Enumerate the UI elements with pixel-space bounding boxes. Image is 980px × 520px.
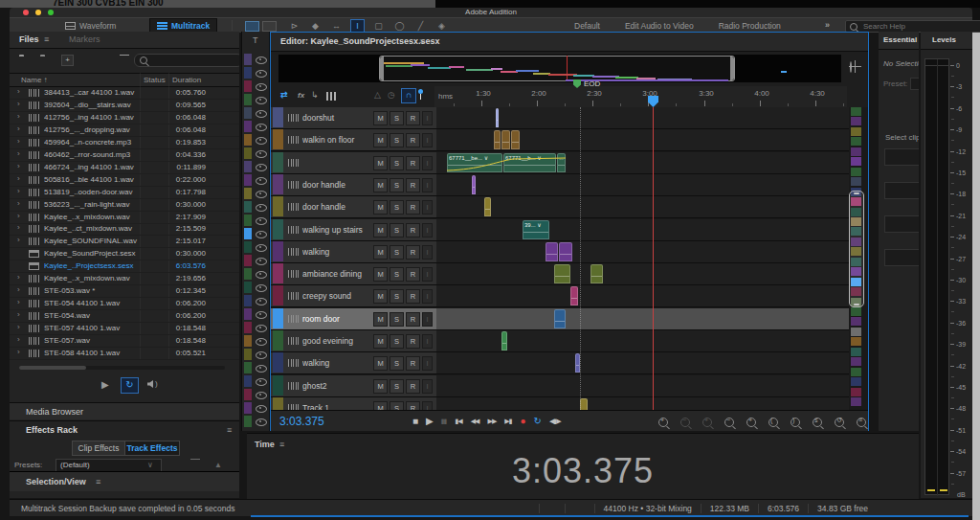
track-visibility-eye-icon[interactable] [256, 258, 267, 265]
track-m-button[interactable]: M [373, 111, 388, 125]
expand-chevron-icon[interactable]: › [17, 137, 20, 146]
track-i-button[interactable]: I [422, 245, 433, 260]
file-row[interactable]: ›384413_..car 44100 1.wav0:05.760 [10, 86, 239, 100]
track-r-button[interactable]: R [406, 289, 420, 304]
file-row[interactable]: ›466724_..ing 44100 1.wav0:11.899 [10, 161, 239, 174]
track-visibility-eye-icon[interactable] [256, 392, 267, 399]
navigator-track-chip[interactable] [851, 388, 861, 396]
track-m-button[interactable]: M [373, 289, 388, 304]
expand-chevron-icon[interactable]: › [17, 323, 20, 331]
files-search-input[interactable] [150, 56, 231, 66]
column-status[interactable]: Status [144, 76, 166, 84]
audio-clip[interactable] [472, 175, 476, 194]
preview-loop-button[interactable]: ↻ [121, 377, 139, 394]
time-panel-menu-icon[interactable]: ≡ [279, 440, 284, 449]
track-lane[interactable] [436, 330, 849, 352]
track-header[interactable]: doorshutMSRI [271, 107, 436, 129]
track-visibility-eye-icon[interactable] [256, 70, 267, 78]
track-m-button[interactable]: M [373, 401, 388, 410]
marquee-selection-tool[interactable]: ▢ [371, 19, 386, 33]
expand-chevron-icon[interactable]: › [17, 223, 20, 232]
track-visibility-eye-icon[interactable] [256, 204, 267, 212]
track-s-button[interactable]: S [390, 289, 404, 304]
track-header[interactable]: creepy soundMSRI [271, 285, 436, 307]
zoom-out-button[interactable]: − [680, 416, 690, 427]
track-i-button[interactable]: I [422, 334, 433, 349]
expand-chevron-icon[interactable]: › [17, 273, 20, 282]
track-r-button[interactable]: R [406, 178, 420, 192]
file-row[interactable]: ›459964_..n-concrete.mp30:19.853 [10, 136, 239, 149]
editor-tab-title[interactable]: Editor: Kaylee_SoundProjectsesx.sesx [280, 36, 440, 46]
file-row[interactable]: ›STE-057 44100 1.wav0:18.548 [10, 322, 239, 335]
file-row[interactable]: ›STE-054 44100 1.wav0:06.200 [10, 297, 239, 310]
rewind-button[interactable]: ◀◀ [471, 418, 479, 425]
track-s-button[interactable]: S [390, 267, 404, 282]
track-m-button[interactable]: M [373, 245, 388, 260]
strip-track-color-chip[interactable] [244, 322, 252, 333]
track-m-button[interactable]: M [373, 200, 388, 215]
clip-effects-button[interactable]: Clip Effects [72, 441, 125, 456]
track-color-chip[interactable] [273, 263, 283, 283]
track-i-button[interactable]: I [422, 289, 433, 304]
zoom-navigate-icon[interactable] [850, 61, 852, 73]
go-to-end-button[interactable]: ▶▮ [504, 418, 511, 425]
strip-track-color-chip[interactable] [244, 308, 252, 320]
files-search-box[interactable] [134, 54, 239, 67]
strip-track-color-chip[interactable] [244, 54, 252, 65]
presets-chevron-down-icon[interactable]: ∨ [147, 461, 153, 469]
track-visibility-eye-icon[interactable] [256, 150, 267, 158]
strip-track-color-chip[interactable] [244, 201, 252, 213]
track-header[interactable]: door handleMSRI [271, 174, 436, 196]
track-name[interactable]: doorshut [302, 113, 371, 123]
playhead-line[interactable] [653, 107, 654, 410]
navigator-track-chip[interactable] [851, 357, 861, 366]
strip-track-color-chip[interactable] [244, 94, 252, 105]
track-visibility-eye-icon[interactable] [256, 57, 267, 64]
track-visibility-eye-icon[interactable] [256, 244, 267, 252]
expand-chevron-icon[interactable]: › [17, 124, 20, 133]
media-browser-header[interactable]: Media Browser [10, 402, 239, 419]
track-visibility-eye-icon[interactable] [256, 284, 267, 292]
track-visibility-eye-icon[interactable] [256, 418, 267, 426]
track-name[interactable]: walking [302, 358, 371, 368]
preset-dropdown[interactable] [910, 78, 919, 90]
track-name[interactable]: walkin on floor [302, 135, 371, 145]
track-visibility-eye-icon[interactable] [256, 378, 267, 386]
strip-track-color-chip[interactable] [244, 107, 252, 119]
track-lane[interactable] [436, 241, 849, 263]
strip-track-color-chip[interactable] [244, 335, 252, 347]
track-color-chip[interactable] [273, 330, 283, 350]
track-header[interactable]: walkin on floorMSRI [271, 129, 436, 151]
pause-button[interactable]: ▮▮ [441, 418, 447, 425]
expand-chevron-icon[interactable]: › [17, 236, 20, 244]
expand-chevron-icon[interactable]: › [17, 87, 20, 96]
stop-button[interactable]: ■ [412, 416, 417, 426]
track-visibility-eye-icon[interactable] [256, 338, 267, 346]
clip-fx-icon[interactable]: fx [298, 91, 304, 100]
navigator-track-chip[interactable] [851, 368, 861, 376]
go-to-start-button[interactable]: ▮◀ [455, 418, 461, 425]
track-visibility-eye-icon[interactable] [256, 97, 267, 104]
track-visibility-eye-icon[interactable] [256, 231, 267, 238]
fast-forward-button[interactable]: ▶▶ [488, 418, 497, 425]
track-m-button[interactable]: M [373, 223, 388, 237]
track-name[interactable]: walking [302, 247, 371, 257]
expand-chevron-icon[interactable]: › [17, 174, 20, 183]
track-visibility-eye-icon[interactable] [256, 177, 267, 185]
track-r-button[interactable]: R [406, 379, 420, 394]
reset-zoom-button[interactable]: ↺ [835, 416, 844, 427]
file-row[interactable]: Kaylee_..Projectsesx.sesx6:03.576 [10, 260, 239, 273]
file-row[interactable]: ›460462_..rror-sound.mp30:04.336 [10, 148, 239, 162]
track-i-button[interactable]: I [422, 379, 433, 394]
track-color-chip[interactable] [273, 352, 283, 373]
audio-clip[interactable] [511, 130, 520, 149]
expand-chevron-icon[interactable]: › [17, 187, 20, 195]
move-tool[interactable]: ⊳ [287, 19, 301, 33]
audio-clip[interactable] [554, 264, 570, 283]
audio-clip[interactable] [590, 264, 603, 283]
track-i-button[interactable]: I [422, 156, 433, 170]
strip-track-color-chip[interactable] [244, 375, 252, 387]
track-color-chip[interactable] [273, 107, 283, 127]
spot-healing-brush-tool[interactable]: ◈ [434, 19, 449, 33]
files-hscrollbar[interactable] [19, 366, 225, 370]
